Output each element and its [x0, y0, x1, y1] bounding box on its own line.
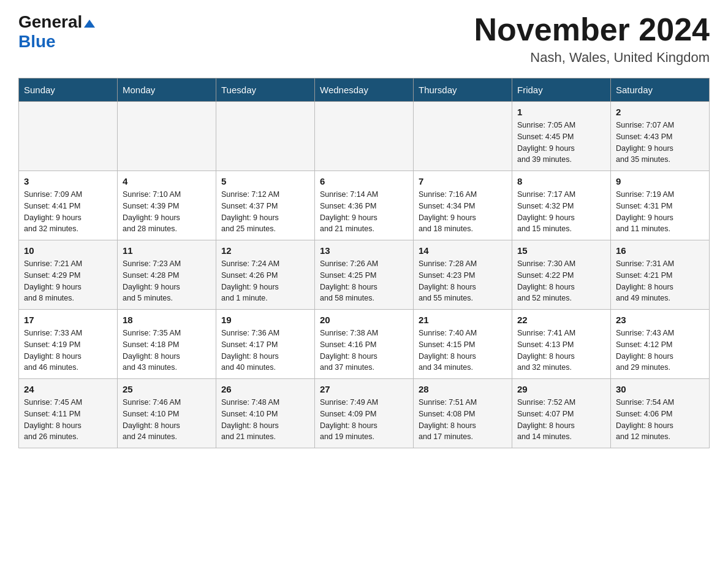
day-info: Sunrise: 7:10 AM Sunset: 4:39 PM Dayligh… — [123, 189, 211, 235]
day-number: 11 — [123, 245, 211, 256]
day-number: 13 — [320, 245, 408, 256]
day-number: 18 — [123, 315, 211, 325]
day-number: 12 — [221, 245, 309, 256]
day-info: Sunrise: 7:52 AM Sunset: 4:07 PM Dayligh… — [517, 397, 605, 443]
calendar-cell: 6Sunrise: 7:14 AM Sunset: 4:36 PM Daylig… — [315, 171, 414, 240]
day-info: Sunrise: 7:14 AM Sunset: 4:36 PM Dayligh… — [320, 189, 408, 235]
day-info: Sunrise: 7:51 AM Sunset: 4:08 PM Dayligh… — [419, 397, 507, 443]
day-number: 21 — [419, 315, 507, 325]
calendar-cell: 25Sunrise: 7:46 AM Sunset: 4:10 PM Dayli… — [118, 379, 216, 448]
calendar-cell: 10Sunrise: 7:21 AM Sunset: 4:29 PM Dayli… — [19, 240, 118, 310]
month-title: November 2024 — [474, 12, 710, 47]
day-number: 6 — [320, 176, 408, 186]
day-number: 25 — [123, 384, 211, 394]
calendar-cell: 18Sunrise: 7:35 AM Sunset: 4:18 PM Dayli… — [118, 310, 216, 379]
calendar-cell: 23Sunrise: 7:43 AM Sunset: 4:12 PM Dayli… — [611, 310, 710, 379]
day-number: 17 — [24, 315, 112, 325]
day-number: 1 — [517, 107, 605, 117]
calendar-cell: 13Sunrise: 7:26 AM Sunset: 4:25 PM Dayli… — [315, 240, 414, 310]
day-info: Sunrise: 7:36 AM Sunset: 4:17 PM Dayligh… — [221, 327, 309, 373]
day-number: 3 — [24, 176, 112, 186]
day-info: Sunrise: 7:35 AM Sunset: 4:18 PM Dayligh… — [123, 327, 211, 373]
day-number: 23 — [616, 315, 704, 325]
day-info: Sunrise: 7:33 AM Sunset: 4:19 PM Dayligh… — [24, 327, 112, 373]
day-info: Sunrise: 7:24 AM Sunset: 4:26 PM Dayligh… — [221, 258, 309, 304]
calendar-header: SundayMondayTuesdayWednesdayThursdayFrid… — [19, 79, 710, 102]
day-info: Sunrise: 7:41 AM Sunset: 4:13 PM Dayligh… — [517, 327, 605, 373]
day-number: 29 — [517, 384, 605, 394]
day-number: 20 — [320, 315, 408, 325]
calendar-week-2: 3Sunrise: 7:09 AM Sunset: 4:41 PM Daylig… — [19, 171, 710, 240]
calendar-cell: 1Sunrise: 7:05 AM Sunset: 4:45 PM Daylig… — [512, 102, 611, 171]
location: Nash, Wales, United Kingdom — [474, 50, 710, 66]
calendar-cell — [216, 102, 315, 171]
header-row: SundayMondayTuesdayWednesdayThursdayFrid… — [19, 79, 710, 102]
day-info: Sunrise: 7:48 AM Sunset: 4:10 PM Dayligh… — [221, 397, 309, 443]
header-day-monday: Monday — [118, 79, 216, 102]
calendar-week-5: 24Sunrise: 7:45 AM Sunset: 4:11 PM Dayli… — [19, 379, 710, 448]
header-day-thursday: Thursday — [414, 79, 512, 102]
calendar-cell: 20Sunrise: 7:38 AM Sunset: 4:16 PM Dayli… — [315, 310, 414, 379]
calendar-cell: 3Sunrise: 7:09 AM Sunset: 4:41 PM Daylig… — [19, 171, 118, 240]
calendar-cell: 12Sunrise: 7:24 AM Sunset: 4:26 PM Dayli… — [216, 240, 315, 310]
calendar-cell — [315, 102, 414, 171]
day-number: 19 — [221, 315, 309, 325]
day-number: 22 — [517, 315, 605, 325]
calendar-cell: 14Sunrise: 7:28 AM Sunset: 4:23 PM Dayli… — [414, 240, 512, 310]
day-info: Sunrise: 7:54 AM Sunset: 4:06 PM Dayligh… — [616, 397, 704, 443]
calendar-cell: 4Sunrise: 7:10 AM Sunset: 4:39 PM Daylig… — [118, 171, 216, 240]
calendar-cell: 30Sunrise: 7:54 AM Sunset: 4:06 PM Dayli… — [611, 379, 710, 448]
calendar-cell: 2Sunrise: 7:07 AM Sunset: 4:43 PM Daylig… — [611, 102, 710, 171]
day-info: Sunrise: 7:30 AM Sunset: 4:22 PM Dayligh… — [517, 258, 605, 304]
calendar-cell: 29Sunrise: 7:52 AM Sunset: 4:07 PM Dayli… — [512, 379, 611, 448]
title-section: November 2024 Nash, Wales, United Kingdo… — [474, 12, 710, 66]
calendar-cell: 24Sunrise: 7:45 AM Sunset: 4:11 PM Dayli… — [19, 379, 118, 448]
calendar-cell: 22Sunrise: 7:41 AM Sunset: 4:13 PM Dayli… — [512, 310, 611, 379]
day-number: 7 — [419, 176, 507, 186]
calendar-week-3: 10Sunrise: 7:21 AM Sunset: 4:29 PM Dayli… — [19, 240, 710, 310]
day-number: 10 — [24, 245, 112, 256]
calendar-week-1: 1Sunrise: 7:05 AM Sunset: 4:45 PM Daylig… — [19, 102, 710, 171]
calendar-cell: 19Sunrise: 7:36 AM Sunset: 4:17 PM Dayli… — [216, 310, 315, 379]
header-day-friday: Friday — [512, 79, 611, 102]
day-info: Sunrise: 7:16 AM Sunset: 4:34 PM Dayligh… — [419, 189, 507, 235]
day-number: 8 — [517, 176, 605, 186]
calendar-cell: 21Sunrise: 7:40 AM Sunset: 4:15 PM Dayli… — [414, 310, 512, 379]
calendar-cell — [19, 102, 118, 171]
calendar-week-4: 17Sunrise: 7:33 AM Sunset: 4:19 PM Dayli… — [19, 310, 710, 379]
day-info: Sunrise: 7:17 AM Sunset: 4:32 PM Dayligh… — [517, 189, 605, 235]
day-number: 28 — [419, 384, 507, 394]
calendar-cell — [118, 102, 216, 171]
calendar-cell: 27Sunrise: 7:49 AM Sunset: 4:09 PM Dayli… — [315, 379, 414, 448]
day-number: 9 — [616, 176, 704, 186]
calendar-cell: 15Sunrise: 7:30 AM Sunset: 4:22 PM Dayli… — [512, 240, 611, 310]
calendar-cell: 9Sunrise: 7:19 AM Sunset: 4:31 PM Daylig… — [611, 171, 710, 240]
logo-blue-text: Blue — [18, 32, 56, 51]
day-number: 2 — [616, 107, 704, 117]
logo-triangle-icon — [84, 20, 95, 28]
day-info: Sunrise: 7:12 AM Sunset: 4:37 PM Dayligh… — [221, 189, 309, 235]
day-number: 5 — [221, 176, 309, 186]
day-number: 14 — [419, 245, 507, 256]
calendar-body: 1Sunrise: 7:05 AM Sunset: 4:45 PM Daylig… — [19, 102, 710, 448]
calendar-cell: 28Sunrise: 7:51 AM Sunset: 4:08 PM Dayli… — [414, 379, 512, 448]
day-info: Sunrise: 7:09 AM Sunset: 4:41 PM Dayligh… — [24, 189, 112, 235]
day-info: Sunrise: 7:38 AM Sunset: 4:16 PM Dayligh… — [320, 327, 408, 373]
day-number: 27 — [320, 384, 408, 394]
calendar-cell: 16Sunrise: 7:31 AM Sunset: 4:21 PM Dayli… — [611, 240, 710, 310]
day-info: Sunrise: 7:49 AM Sunset: 4:09 PM Dayligh… — [320, 397, 408, 443]
header-day-wednesday: Wednesday — [315, 79, 414, 102]
day-number: 26 — [221, 384, 309, 394]
logo-general-text: General — [18, 12, 82, 32]
calendar-cell: 26Sunrise: 7:48 AM Sunset: 4:10 PM Dayli… — [216, 379, 315, 448]
day-info: Sunrise: 7:45 AM Sunset: 4:11 PM Dayligh… — [24, 397, 112, 443]
day-number: 30 — [616, 384, 704, 394]
header-day-saturday: Saturday — [611, 79, 710, 102]
day-info: Sunrise: 7:26 AM Sunset: 4:25 PM Dayligh… — [320, 258, 408, 304]
day-info: Sunrise: 7:23 AM Sunset: 4:28 PM Dayligh… — [123, 258, 211, 304]
page-header: General Blue November 2024 Nash, Wales, … — [18, 12, 710, 66]
logo: General Blue — [18, 12, 95, 52]
header-day-tuesday: Tuesday — [216, 79, 315, 102]
day-info: Sunrise: 7:40 AM Sunset: 4:15 PM Dayligh… — [419, 327, 507, 373]
calendar-cell: 5Sunrise: 7:12 AM Sunset: 4:37 PM Daylig… — [216, 171, 315, 240]
